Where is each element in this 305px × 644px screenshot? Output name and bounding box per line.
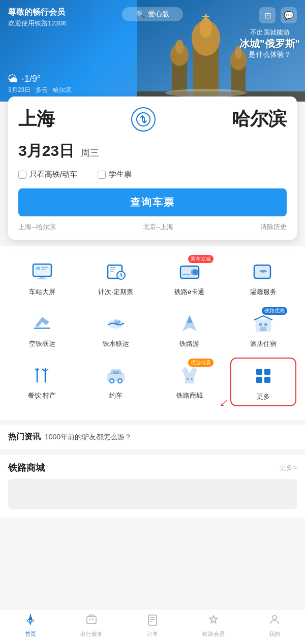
hot-news-section[interactable]: 热门资讯 1000年前的驴友都怎么游？ (0, 425, 305, 449)
more-icon (250, 363, 277, 389)
service-grid: 车站大屏 计次·定期票 乘车立减 铁路e卡通 温馨服务 (0, 246, 305, 420)
weather-icon: 🌥 (8, 73, 18, 85)
student-checkbox[interactable] (98, 171, 106, 179)
grid-item-mall[interactable]: 优选特卖 铁路商城 ↓ (157, 358, 223, 406)
message-icon-btn[interactable]: 💬 (281, 7, 297, 23)
svg-rect-21 (37, 278, 47, 279)
header-icons: ⊡ 💬 (259, 7, 297, 23)
grid-item-air-rail[interactable]: 空铁联运 (9, 306, 75, 352)
travel-date: 3月23日 (18, 142, 74, 159)
svg-point-44 (110, 379, 114, 383)
svg-rect-17 (36, 267, 40, 270)
history-item-1[interactable]: 上海--哈尔滨 (18, 222, 56, 232)
hot-news-label: 热门资讯 (8, 432, 41, 442)
from-city[interactable]: 上海 (18, 107, 55, 132)
svg-point-30 (193, 269, 199, 275)
svg-point-47 (187, 378, 189, 380)
search-icon: 🔍 (136, 10, 145, 18)
water-rail-label: 铁水联运 (103, 339, 129, 348)
rail-mall-title: 铁路商城 (8, 462, 45, 474)
svg-rect-25 (110, 269, 115, 270)
ecard-badge: 乘车立减 (188, 255, 214, 263)
history-clear-button[interactable]: 清除历史 (260, 222, 287, 232)
rail-mall-more[interactable]: 更多> (280, 463, 297, 472)
expand-icon-btn[interactable]: ⊡ (259, 7, 276, 23)
grid-item-warm[interactable]: 温馨服务 (230, 254, 296, 301)
banner-text: 不出国就能游 冰城"俄罗斯" 是什么体验？ (239, 28, 300, 59)
banner-line2: 冰城"俄罗斯" (239, 37, 300, 50)
hotel-badge: 铁路优惠 (262, 307, 287, 315)
grid-row-2: 空铁联运 铁水联运 铁路游 铁路优惠 酒店住宿 (5, 306, 300, 352)
grid-row-1: 车站大屏 计次·定期票 乘车立减 铁路e卡通 温馨服务 (5, 254, 300, 301)
mall-badge: 优选特卖 (188, 359, 214, 367)
date-row[interactable]: 3月23日 周三 (18, 141, 287, 162)
grid-item-water-rail[interactable]: 铁水联运 (83, 306, 149, 352)
svg-rect-19 (41, 269, 46, 270)
route-row: 上海 哈尔滨 (18, 107, 287, 132)
banner-line1: 不出国就能游 (239, 28, 300, 37)
svg-rect-51 (256, 377, 262, 383)
header-greeting: 尊敬的畅行会员 欢迎使用铁路12306 (8, 7, 66, 28)
search-card: 上海 哈尔滨 3月23日 周三 只看高铁/动车 学生票 查询车票 上海--哈尔滨… (8, 96, 297, 240)
message-icon: 💬 (284, 11, 294, 20)
tour-icon (176, 310, 203, 336)
highspeed-option[interactable]: 只看高铁/动车 (18, 170, 77, 179)
grid-item-more[interactable]: 更多 (230, 358, 296, 406)
search-button[interactable]: 查询车票 (18, 188, 287, 216)
taxi-icon (103, 362, 129, 388)
hot-news-content: 1000年前的驴友都怎么游？ (45, 433, 297, 442)
mall-label: 铁路商城 (176, 391, 203, 400)
svg-rect-49 (256, 369, 262, 375)
red-arrow-indicator: ↓ (216, 395, 232, 410)
grid-row-3: 餐饮·特产 约车 优选特卖 铁路商城 ↓ (5, 358, 300, 406)
station-screen-label: 车站大屏 (29, 287, 55, 297)
periodic-icon (103, 258, 129, 284)
grid-item-tour[interactable]: 铁路游 (157, 306, 223, 352)
svg-point-14 (137, 113, 150, 126)
taxi-label: 约车 (109, 391, 123, 400)
svg-point-8 (175, 40, 184, 54)
svg-point-3 (200, 18, 212, 38)
options-row: 只看高铁/动车 学生票 (18, 170, 287, 179)
grid-item-periodic[interactable]: 计次·定期票 (83, 254, 149, 301)
svg-rect-52 (264, 377, 270, 383)
rail-mall-content-placeholder (8, 479, 297, 509)
search-history-row: 上海--哈尔滨 北京--上海 清除历史 (18, 222, 287, 232)
svg-point-48 (191, 378, 193, 380)
water-rail-icon (103, 310, 129, 336)
svg-rect-31 (182, 274, 191, 275)
air-rail-icon (29, 310, 55, 336)
weather-temp: -1/9° (21, 74, 41, 84)
highspeed-checkbox[interactable] (18, 171, 26, 179)
food-label: 餐饮·特产 (28, 391, 56, 400)
svg-rect-26 (110, 271, 114, 272)
greeting-title: 尊敬的畅行会员 (8, 7, 66, 18)
to-city[interactable]: 哈尔滨 (232, 107, 287, 132)
highspeed-label: 只看高铁/动车 (29, 170, 77, 179)
header-search-bar[interactable]: 🔍 爱心版 (122, 7, 183, 21)
grid-item-ecard[interactable]: 乘车立减 铁路e卡通 (157, 254, 223, 301)
svg-rect-39 (260, 327, 266, 331)
svg-rect-24 (110, 267, 116, 268)
food-icon (29, 362, 55, 388)
grid-item-food[interactable]: 餐饮·特产 (9, 358, 75, 406)
periodic-label: 计次·定期票 (98, 287, 133, 297)
air-rail-label: 空铁联运 (29, 339, 55, 348)
grid-item-hotel[interactable]: 铁路优惠 酒店住宿 (230, 306, 296, 352)
greeting-subtitle: 欢迎使用铁路12306 (8, 19, 66, 28)
warm-icon (250, 258, 277, 284)
student-option[interactable]: 学生票 (98, 170, 132, 179)
svg-point-45 (118, 379, 122, 383)
svg-point-35 (117, 320, 120, 324)
travel-week: 周三 (81, 148, 99, 158)
svg-rect-38 (264, 323, 267, 326)
grid-item-taxi[interactable]: 约车 (83, 358, 149, 406)
warm-label: 温馨服务 (250, 287, 277, 297)
rail-mall-header: 铁路商城 更多> (8, 462, 297, 474)
header-banner: 尊敬的畅行会员 欢迎使用铁路12306 🔍 爱心版 ⊡ 💬 🌥 -1/9° 3月… (0, 0, 305, 102)
swap-button[interactable] (131, 107, 156, 132)
grid-item-station-screen[interactable]: 车站大屏 (9, 254, 75, 301)
history-item-2[interactable]: 北京--上海 (143, 222, 174, 232)
expand-icon: ⊡ (264, 11, 271, 20)
weather-info: 🌥 -1/9° 3月23日 多云 哈尔滨 (8, 73, 71, 94)
